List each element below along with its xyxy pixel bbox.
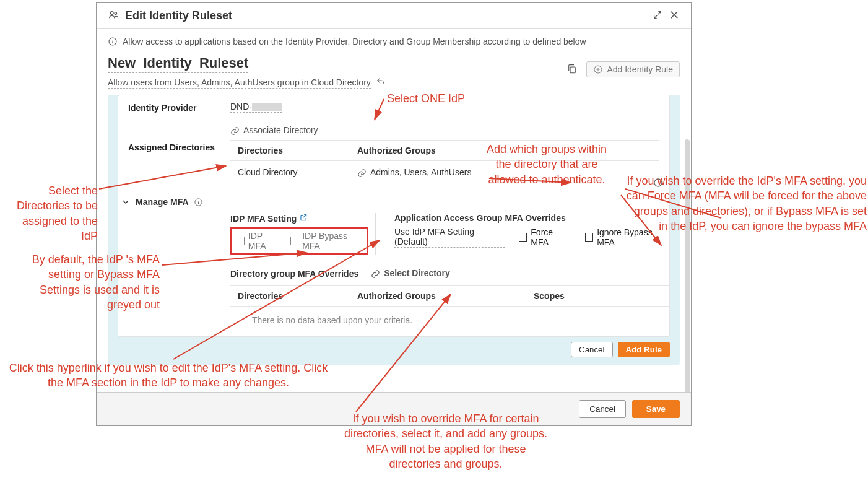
force-mfa-checkbox[interactable]: Force MFA: [519, 227, 571, 247]
dir-override-title: Directory group MFA Overrides: [230, 269, 358, 279]
annotation-override-mfa: If you wish to override the IdP's MFA se…: [622, 173, 867, 233]
copy-icon[interactable]: [566, 63, 578, 76]
ruleset-name[interactable]: New_Identity_Ruleset: [108, 55, 248, 73]
redacted-idp: [252, 103, 282, 111]
info-banner: Allow access to applications based on th…: [108, 37, 680, 46]
assigned-dirs-label: Assigned Directories: [128, 125, 230, 152]
select-directory-link[interactable]: Select Directory: [371, 268, 450, 279]
undo-icon[interactable]: [376, 77, 386, 89]
modal-body: Allow access to applications based on th…: [97, 29, 691, 392]
empty-state: There is no data based upon your criteri…: [230, 307, 669, 336]
override-table-header: Directories Authorized Groups Scopes: [230, 285, 669, 307]
modal-header: Edit Identity Ruleset: [97, 3, 691, 29]
manage-mfa-toggle[interactable]: Manage MFA: [118, 191, 669, 211]
svg-point-1: [115, 12, 117, 15]
idp-value[interactable]: DND-: [230, 102, 282, 113]
add-identity-rule-button[interactable]: Add Identity Rule: [586, 61, 680, 77]
ruleset-summary[interactable]: Allow users from Users, Admins, AuthUser…: [108, 77, 371, 89]
annotation-default-mfa: By default, the IdP 's MFA setting or By…: [11, 252, 160, 312]
rule-inner: Identity Provider DND- Assigned Director…: [118, 95, 670, 337]
mfa-grid: IDP MFA Setting IDP MFA IDP Bypass MFA A…: [118, 211, 669, 263]
svg-point-0: [110, 12, 113, 15]
idp-mfa-checkbox[interactable]: IDP MFA: [237, 231, 279, 251]
use-default-setting[interactable]: Use IdP MFA Setting (Default): [394, 227, 505, 248]
annotation-edit-mfa-link: Click this hyperlink if you wish to edit…: [7, 360, 329, 391]
close-icon[interactable]: [669, 9, 680, 22]
annotation-dir-override: If you wish to override MFA for certain …: [344, 411, 548, 471]
dir-name: Cloud Directory: [230, 167, 357, 178]
add-identity-rule-label: Add Identity Rule: [607, 64, 673, 74]
associate-directory-link[interactable]: Associate Directory: [230, 125, 659, 136]
idp-mfa-highlight: IDP MFA IDP Bypass MFA: [230, 227, 368, 255]
col-directories: Directories: [230, 146, 357, 155]
info-icon[interactable]: [194, 198, 203, 207]
annotation-select-idp: Select ONE IdP: [387, 91, 465, 106]
expand-icon[interactable]: [653, 10, 662, 22]
modal-title: Edit Identity Ruleset: [125, 9, 646, 22]
svg-rect-3: [570, 67, 575, 73]
annotation-add-groups: Add which groups within the directory th…: [482, 142, 612, 187]
users-icon: [108, 9, 119, 22]
idp-label: Identity Provider: [128, 102, 230, 113]
dir-override-section: Directory group MFA Overrides Select Dir…: [118, 263, 669, 336]
title-block: New_Identity_Ruleset Allow users from Us…: [108, 55, 680, 89]
idp-mfa-section-title: IDP MFA Setting: [230, 213, 368, 224]
annotation-select-dirs: Select the Directories to be assigned to…: [11, 183, 98, 243]
info-text: Allow access to applications based on th…: [123, 37, 586, 46]
card-cancel-button[interactable]: Cancel: [571, 342, 613, 357]
external-link-icon[interactable]: [299, 213, 308, 224]
card-add-rule-button[interactable]: Add Rule: [618, 342, 671, 357]
save-button[interactable]: Save: [632, 400, 680, 418]
rule-card: Identity Provider DND- Assigned Director…: [108, 95, 680, 365]
cancel-button[interactable]: Cancel: [579, 400, 626, 418]
idp-bypass-checkbox[interactable]: IDP Bypass MFA: [290, 231, 362, 251]
